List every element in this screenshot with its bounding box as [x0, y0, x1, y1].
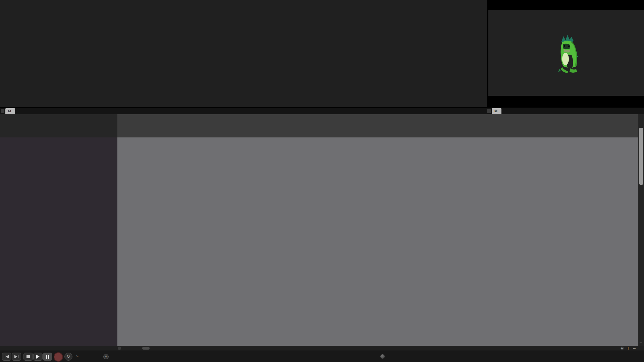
- env-override-dropdown[interactable]: ▼: [103, 354, 109, 359]
- go-to-end-button[interactable]: [12, 353, 21, 361]
- tab-mixer[interactable]: ⊠: [5, 108, 15, 114]
- track-control-panel: [0, 137, 117, 346]
- creature-image: [555, 34, 582, 74]
- video-panel: [487, 0, 644, 107]
- mixer-panel: [0, 0, 487, 107]
- rate-knob[interactable]: [380, 354, 385, 359]
- tab-video[interactable]: ⊠: [492, 108, 501, 114]
- docker-tab-bar: ⊠ ⊠: [0, 107, 644, 115]
- tcp-scrollbar-handle[interactable]: [142, 347, 150, 350]
- vertical-scrollbar-handle[interactable]: [639, 128, 643, 185]
- close-icon[interactable]: ⊠: [8, 109, 11, 113]
- zoom-out-vertical-button[interactable]: −: [639, 341, 642, 345]
- status-bar: ▶ + −: [0, 346, 644, 351]
- tcp-scroll-left-button[interactable]: [118, 347, 121, 350]
- zoom-in-button[interactable]: +: [627, 346, 630, 351]
- main-toolbar: [0, 114, 117, 137]
- docker-menu-button[interactable]: [1, 109, 4, 113]
- zoom-out-button[interactable]: −: [633, 346, 636, 351]
- play-button[interactable]: [33, 353, 43, 361]
- reaper-window: ⊠ ⊠ − ▶ + − ↻ ∿ ▼: [0, 0, 644, 362]
- video-docker-menu-button[interactable]: [487, 109, 491, 113]
- video-frame: [488, 10, 644, 96]
- arrange-view[interactable]: [117, 137, 638, 346]
- arrange-scroll-button[interactable]: ▶: [621, 347, 624, 350]
- vertical-scrollbar[interactable]: −: [638, 114, 644, 346]
- transport-bar: ↻ ∿ ▼: [0, 351, 644, 362]
- stop-button[interactable]: [23, 353, 33, 361]
- timeline-ruler[interactable]: [117, 114, 638, 138]
- envelope-icon: ∿: [76, 354, 78, 358]
- record-button[interactable]: [54, 352, 63, 362]
- pause-button[interactable]: [43, 353, 52, 361]
- close-icon[interactable]: ⊠: [494, 109, 497, 113]
- repeat-button[interactable]: ↻: [64, 353, 72, 361]
- go-to-start-button[interactable]: [2, 353, 11, 361]
